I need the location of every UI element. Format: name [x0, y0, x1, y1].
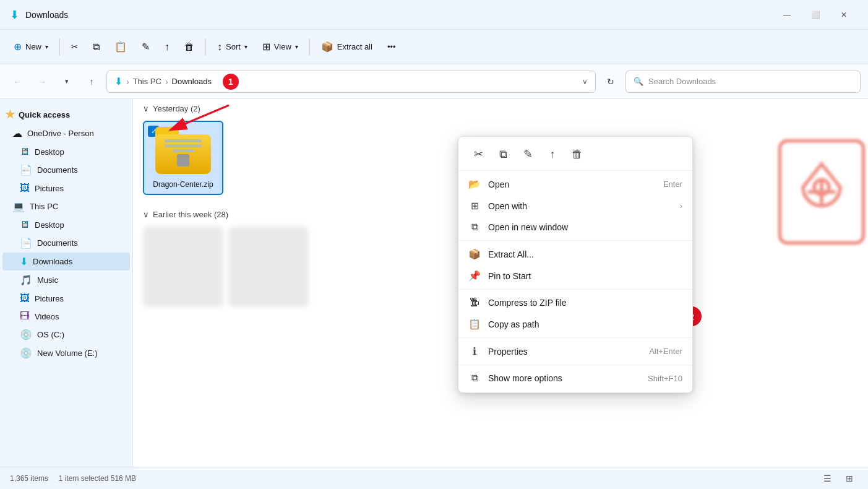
- recent-button[interactable]: ▾: [57, 72, 77, 92]
- grid-view-button[interactable]: ⊞: [841, 470, 858, 487]
- zip-line-narrow: [173, 149, 194, 152]
- statusbar-right: ☰ ⊞: [819, 470, 858, 487]
- sidebar-item-this-pc[interactable]: 💻 This PC: [2, 197, 130, 215]
- close-button[interactable]: ✕: [830, 5, 858, 25]
- cut-button[interactable]: ✂: [65, 36, 84, 58]
- rename-button[interactable]: ✎: [135, 36, 156, 58]
- paste-button[interactable]: 📋: [108, 36, 133, 58]
- cm-item-pin-to-start[interactable]: 📌 Pin to Start: [458, 265, 692, 287]
- delete-button[interactable]: 🗑: [178, 36, 200, 58]
- paste-icon: 📋: [114, 41, 127, 53]
- cm-cut-button[interactable]: ✂: [466, 143, 491, 165]
- sidebar-item-pictures2[interactable]: 🖼 Pictures: [2, 290, 130, 307]
- cm-item-open-new-window[interactable]: ⧉ Open in new window: [458, 217, 692, 238]
- cm-rename-button[interactable]: ✎: [515, 143, 540, 165]
- sort-icon: ↕: [217, 41, 222, 53]
- sidebar-item-downloads[interactable]: ⬇ Downloads: [2, 253, 130, 270]
- delete-icon: 🗑: [184, 41, 194, 53]
- maximize-button[interactable]: ⬜: [801, 5, 830, 25]
- up-icon: ↑: [90, 77, 94, 87]
- cm-delete-button[interactable]: 🗑: [565, 143, 590, 165]
- cm-open-icon: 📂: [468, 178, 481, 190]
- search-field[interactable]: 🔍 Search Downloads: [625, 71, 861, 93]
- cm-show-more-label: Show more options: [488, 373, 562, 383]
- cm-item-compress-zip[interactable]: 🗜 Compress to ZIP file: [458, 292, 692, 313]
- minimize-button[interactable]: —: [773, 5, 801, 25]
- recent-icon: ▾: [65, 77, 69, 85]
- sidebar: ★ Quick access ☁ OneDrive - Person 🖥 Des…: [0, 99, 133, 467]
- cm-compress-zip-icon: 🗜: [468, 297, 481, 308]
- sidebar-item-documents2[interactable]: 📄 Documents: [2, 234, 130, 252]
- sidebar-item-onedrive[interactable]: ☁ OneDrive - Person: [2, 124, 130, 142]
- toolbar: ⊕ New ▾ ✂ ⧉ 📋 ✎ ↑ 🗑 ↕ Sort ▾ ⊞ View ▾ 📦 …: [0, 30, 868, 64]
- annotation-badge-1: 1: [223, 74, 239, 90]
- share-button[interactable]: ↑: [158, 36, 176, 58]
- extract-all-button[interactable]: 📦 Extract all: [315, 36, 379, 58]
- new-volume-label: New Volume (E:): [37, 348, 98, 358]
- file-item-dragon-center[interactable]: ✓: [143, 121, 223, 195]
- sidebar-item-pictures[interactable]: 🖼 Pictures: [2, 180, 130, 197]
- address-field[interactable]: ⬇ › This PC › Downloads 1 ∨: [106, 71, 596, 93]
- cm-separator-2: [458, 289, 692, 290]
- cm-properties-left: ℹ Properties: [468, 345, 528, 357]
- list-view-button[interactable]: ☰: [819, 470, 836, 487]
- cm-copy-path-left: 📋 Copy as path: [468, 318, 539, 330]
- rename-icon: ✎: [142, 41, 150, 53]
- cm-extract-all-label: Extract All...: [488, 249, 534, 259]
- cm-pin-to-start-label: Pin to Start: [488, 271, 531, 281]
- sidebar-item-desktop[interactable]: 🖥 Desktop: [2, 143, 130, 160]
- pictures2-icon: 🖼: [20, 293, 30, 304]
- blurred-file-2: [228, 227, 309, 307]
- sidebar-item-music[interactable]: 🎵 Music: [2, 271, 130, 289]
- documents-label: Documents: [37, 165, 78, 175]
- sidebar-item-videos[interactable]: 🎞 Videos: [2, 308, 130, 325]
- desktop2-label: Desktop: [35, 220, 64, 230]
- cm-item-copy-path[interactable]: 📋 Copy as path: [458, 313, 692, 335]
- sidebar-item-new-volume[interactable]: 💿 New Volume (E:): [2, 344, 130, 362]
- sidebar-item-documents[interactable]: 📄 Documents: [2, 161, 130, 179]
- new-button[interactable]: ⊕ New ▾: [7, 36, 54, 58]
- music-label: Music: [37, 275, 58, 285]
- back-button[interactable]: ←: [7, 72, 27, 92]
- cm-item-open-with[interactable]: ⊞ Open with ›: [458, 195, 692, 217]
- toolbar-separator-3: [309, 38, 310, 56]
- copy-button[interactable]: ⧉: [87, 36, 106, 58]
- sidebar-quick-access[interactable]: ★ Quick access: [0, 104, 132, 124]
- cm-item-show-more[interactable]: ⧉ Show more options Shift+F10: [458, 368, 692, 389]
- cm-share-button[interactable]: ↑: [540, 143, 565, 165]
- sidebar-item-os-c[interactable]: 💿 OS (C:): [2, 326, 130, 344]
- copy-icon: ⧉: [93, 41, 100, 53]
- more-button[interactable]: •••: [381, 36, 402, 58]
- desktop-label: Desktop: [35, 147, 64, 157]
- downloads-icon: ⬇: [20, 256, 28, 267]
- sidebar-item-desktop2[interactable]: 🖥 Desktop: [2, 216, 130, 233]
- content-area: ∨ Yesterday (2) ✓: [133, 99, 868, 467]
- sort-button[interactable]: ↕ Sort ▾: [211, 36, 254, 58]
- refresh-button[interactable]: ↻: [601, 72, 621, 92]
- new-dropdown-icon: ▾: [45, 43, 48, 50]
- cm-item-extract-all[interactable]: 📦 Extract All...: [458, 243, 692, 265]
- forward-button[interactable]: →: [32, 72, 52, 92]
- up-button[interactable]: ↑: [82, 72, 101, 92]
- cm-copy-button[interactable]: ⧉: [491, 143, 515, 165]
- quick-access-star-icon: ★: [5, 108, 15, 121]
- address-dropdown-icon: ∨: [582, 77, 588, 86]
- section-header-yesterday[interactable]: ∨ Yesterday (2): [133, 99, 868, 116]
- file-name-dragon-center: Dragon-Center.zip: [153, 180, 213, 189]
- cm-show-more-icon: ⧉: [468, 373, 481, 384]
- cm-item-properties[interactable]: ℹ Properties Alt+Enter: [458, 340, 692, 362]
- refresh-icon: ↻: [607, 77, 614, 87]
- new-volume-icon: 💿: [20, 347, 32, 359]
- selected-info: 1 item selected 516 MB: [59, 474, 136, 483]
- new-icon: ⊕: [14, 41, 22, 53]
- addressbar: ← → ▾ ↑ ⬇ › This PC › Downloads 1 ∨ ↻ 🔍 …: [0, 64, 868, 99]
- context-menu: ✂ ⧉ ✎ ↑ 🗑 📂 Open Enter ⊞ Open with ›: [458, 136, 693, 393]
- view-button[interactable]: ⊞ View ▾: [256, 36, 304, 58]
- titlebar-controls: — ⬜ ✕: [773, 5, 858, 25]
- documents-icon: 📄: [20, 164, 32, 176]
- zip-clasp: [177, 154, 189, 167]
- toolbar-separator-1: [59, 38, 60, 56]
- yesterday-collapse-icon: ∨: [143, 104, 149, 113]
- folder-body: [155, 134, 211, 174]
- cm-item-open[interactable]: 📂 Open Enter: [458, 173, 692, 195]
